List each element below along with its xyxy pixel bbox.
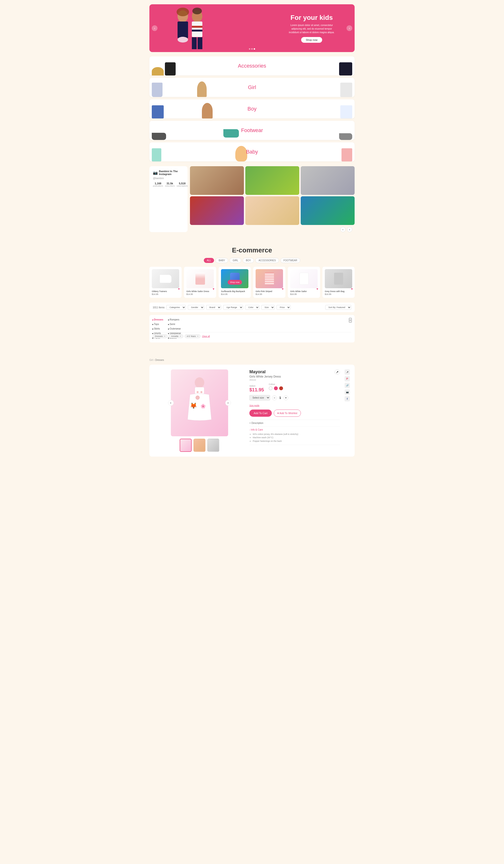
accordion-info-care[interactable]: - Info & Care 92% cotton jersey, 8% elas… bbox=[249, 427, 340, 445]
social-pinterest[interactable]: P bbox=[345, 376, 350, 381]
age-range-filter[interactable]: Age Range bbox=[223, 305, 243, 310]
share-button[interactable]: ↗ bbox=[334, 370, 340, 375]
qty-decrease[interactable]: − bbox=[272, 395, 277, 400]
thumbnail-1[interactable] bbox=[180, 439, 192, 452]
wishlist-button[interactable]: ♥ Add To Wishlist bbox=[274, 410, 301, 417]
breadcrumb-girl[interactable]: Girl bbox=[149, 359, 153, 361]
price-filter[interactable]: Price bbox=[276, 305, 291, 310]
social-facebook[interactable]: f bbox=[345, 396, 350, 401]
hero-dot-1[interactable] bbox=[249, 48, 250, 50]
filter-tab-girl[interactable]: GIRL bbox=[230, 258, 241, 263]
categories-filter[interactable]: Categories bbox=[166, 305, 186, 310]
ig-photo-6[interactable] bbox=[301, 196, 355, 225]
filter-tag-dresses[interactable]: Dresses × bbox=[153, 334, 168, 338]
ig-next-button[interactable]: › bbox=[347, 227, 352, 232]
size-guide-link[interactable]: Size guide bbox=[249, 404, 259, 407]
swatch-pink[interactable] bbox=[274, 386, 278, 390]
product-image-6 bbox=[325, 269, 352, 288]
brand-filter[interactable]: Brand bbox=[206, 305, 221, 310]
swatch-red[interactable] bbox=[279, 386, 283, 390]
hero-title: For your kids bbox=[288, 14, 335, 22]
hero-subtitle: Lorem ipsum dolor sit amet, consectetur … bbox=[288, 23, 335, 34]
filter-tab-accessories[interactable]: ACCESSORIES bbox=[255, 258, 279, 263]
category-banner-girl[interactable]: Girl bbox=[149, 78, 355, 97]
filter-tag-age[interactable]: 4-5 Years × bbox=[185, 334, 201, 338]
product-card-6[interactable]: Grey Dress with Bag $16.95 ♥ bbox=[322, 267, 355, 298]
footwear-title: Footwear bbox=[241, 127, 263, 133]
cat-semi[interactable]: Semi bbox=[168, 322, 181, 326]
size-select[interactable]: Select size 2 Years 3 Years 4 Years 5 Ye… bbox=[249, 395, 270, 400]
product-heart-5[interactable]: ♥ bbox=[317, 287, 318, 291]
social-icons-column: ↗ P 🔗 📷 f bbox=[345, 370, 350, 452]
social-share[interactable]: ↗ bbox=[345, 370, 350, 375]
filter-tab-footwear[interactable]: FOOTWEAR bbox=[280, 258, 300, 263]
category-banner-boy[interactable]: Boy bbox=[149, 99, 355, 118]
hero-kids-image bbox=[169, 7, 211, 52]
hero-cta-button[interactable]: Shop now bbox=[301, 37, 322, 43]
social-instagram[interactable]: 📷 bbox=[345, 389, 350, 395]
close-panel-button[interactable]: × bbox=[349, 318, 352, 323]
gender-filter[interactable]: Gender bbox=[188, 305, 204, 310]
cat-outerwear[interactable]: Outerwear bbox=[168, 327, 181, 331]
product-card-3[interactable]: Shop now Surfboards Big Backpack $14.95 bbox=[219, 267, 251, 298]
ig-prev-button[interactable]: ‹ bbox=[340, 227, 346, 232]
quantity-control: − 1 + bbox=[272, 395, 288, 400]
ig-photo-3[interactable] bbox=[301, 166, 355, 195]
category-banner-footwear[interactable]: Footwear bbox=[149, 121, 355, 140]
hero-prev-button[interactable]: ‹ bbox=[152, 25, 158, 31]
product-name-5: Girls White Sailor bbox=[290, 290, 318, 292]
size-filter[interactable]: Size bbox=[261, 305, 275, 310]
care-item-2: Machine wash (30°C) bbox=[253, 436, 340, 439]
clear-all-button[interactable]: Clear all bbox=[202, 335, 210, 337]
cat-skirts[interactable]: Skirts bbox=[152, 327, 163, 331]
hero-next-button[interactable]: › bbox=[346, 25, 352, 31]
product-name-4: Girls Pink Striped bbox=[256, 290, 283, 292]
instagram-grid bbox=[190, 166, 355, 225]
ig-subsn-label: subscriptions bbox=[176, 185, 188, 187]
thumbnail-2[interactable] bbox=[194, 439, 206, 452]
ig-photo-5[interactable] bbox=[245, 196, 299, 225]
ig-photo-2[interactable] bbox=[245, 166, 299, 195]
ig-photo-1[interactable] bbox=[190, 166, 244, 195]
swatch-white[interactable] bbox=[269, 386, 272, 390]
thumbnail-3[interactable] bbox=[207, 439, 219, 452]
price-label: Select bbox=[249, 385, 264, 387]
product-card-2[interactable]: Girls White Sailor Dress $14.95 ♥ bbox=[184, 267, 216, 298]
product-heart-1[interactable]: ♥ bbox=[178, 287, 180, 291]
product-card-1[interactable]: Glittery Trainers $14.95 ♥ bbox=[149, 267, 182, 298]
hero-dot-3[interactable] bbox=[254, 48, 255, 50]
product-accordion: + Description - Info & Care 92% cotton j… bbox=[249, 420, 340, 445]
ig-pub-label: publications bbox=[153, 185, 163, 187]
color-filter[interactable]: Color bbox=[245, 305, 259, 310]
category-banner-baby[interactable]: Baby bbox=[149, 142, 355, 161]
filter-tab-boy[interactable]: BOY bbox=[243, 258, 254, 263]
product-heart-2[interactable]: ♥ bbox=[213, 287, 214, 291]
product-detail: 🦊 🌸 ‹ › Mayoral Girl bbox=[149, 365, 355, 457]
product-card-4[interactable]: Girls Pink Striped $14.95 ♥ bbox=[253, 267, 285, 298]
product-heart-6[interactable]: ♥ bbox=[351, 287, 353, 291]
cat-tops[interactable]: Tops bbox=[152, 322, 163, 326]
svg-point-16 bbox=[197, 391, 198, 393]
instagram-handle: @bambini bbox=[153, 177, 184, 180]
cat-rompers[interactable]: Rompers bbox=[168, 318, 181, 322]
qty-increase[interactable]: + bbox=[283, 395, 288, 400]
accordion-description[interactable]: + Description bbox=[249, 420, 340, 427]
hero-dot-2[interactable] bbox=[251, 48, 253, 50]
filter-tag-annette[interactable]: Annette × bbox=[169, 334, 183, 338]
filter-tab-all[interactable]: ALL bbox=[204, 258, 214, 263]
instagram-section: 📷 Bambini In The Instagram @bambini 1,16… bbox=[149, 166, 355, 232]
cat-dresses[interactable]: Dresses bbox=[152, 318, 163, 322]
sort-dropdown[interactable]: Sort By: Featured bbox=[325, 305, 351, 310]
product-detail-prev[interactable]: ‹ bbox=[168, 400, 174, 406]
svg-rect-7 bbox=[192, 26, 202, 28]
category-banner-accessories[interactable]: Accessories bbox=[149, 56, 355, 75]
social-link[interactable]: 🔗 bbox=[345, 383, 350, 388]
ig-photo-4[interactable] bbox=[190, 196, 244, 225]
product-detail-next[interactable]: › bbox=[225, 400, 231, 406]
product-heart-4[interactable]: ♥ bbox=[282, 287, 283, 291]
filter-tab-baby[interactable]: BABY bbox=[216, 258, 228, 263]
shop-now-overlay[interactable]: Shop now bbox=[228, 280, 242, 285]
add-to-cart-button[interactable]: Add To Cart bbox=[249, 410, 272, 417]
product-image-2 bbox=[186, 269, 214, 288]
product-card-5[interactable]: Girls White Sailor $16.95 ♥ bbox=[288, 267, 320, 298]
